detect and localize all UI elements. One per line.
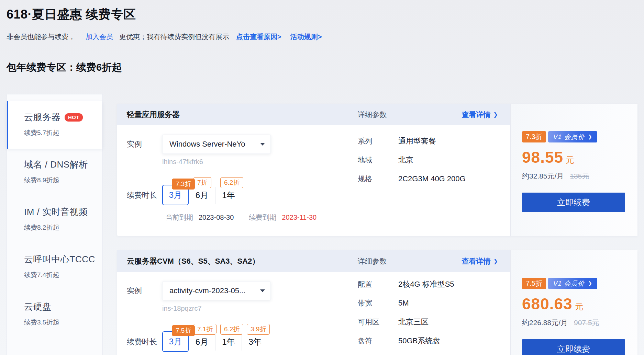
duration-tab-3m[interactable]: 7.3折 3月: [162, 185, 189, 205]
discount-badge: 7.3折: [172, 179, 195, 190]
vip-price-badge[interactable]: V1 会员价 ❯: [548, 278, 597, 289]
card-main: 云服务器CVM（S6、S5、SA3、SA2） 详细参数 查看详情 ❯ 实例 ac…: [117, 250, 510, 355]
instance-id: ins-18pqzrc7: [162, 305, 202, 312]
subtitle-text-1: 非会员也能参与续费，: [7, 32, 75, 42]
discount-badge: 7折: [193, 177, 211, 188]
price-amount: 98.55 元: [522, 148, 637, 167]
sidebar-item-discount: 续费8.2折起: [24, 223, 99, 232]
discount-badge: 3.9折: [247, 324, 270, 335]
card-title: 云服务器CVM（S6、S5、SA3、SA2）: [127, 256, 259, 266]
spec-list: 系列 通用型套餐 地域 北京 规格 2C2G3M 40G 200G: [358, 136, 466, 193]
params-label: 详细参数: [358, 110, 387, 119]
sidebar-item-domain-dns[interactable]: 域名 / DNS解析 续费8.9折起: [7, 149, 102, 196]
duration-tabs: 7.3折 3月 7折 6月 6.2折 1年: [162, 185, 242, 205]
card-main: 轻量应用服务器 详细参数 查看详情 ❯ 实例 Windows Server-Ne…: [117, 104, 510, 236]
sidebar-item-discount: 续费3.5折起: [24, 318, 99, 327]
spec-value: 北京: [398, 155, 413, 165]
sidebar-item-cbs[interactable]: 云硬盘 续费3.5折起: [7, 291, 102, 338]
sidebar-item-cloud-server[interactable]: 云服务器 HOT 续费5.7折起: [7, 101, 102, 149]
monthly-price: 约226.88元/月: [522, 318, 568, 328]
duration-label: 续费时长: [127, 190, 162, 201]
price-amount: 680.63 元: [522, 295, 637, 313]
vip-price-badge[interactable]: V1 会员价 ❯: [548, 131, 597, 142]
activity-rules-link[interactable]: 活动规则>: [290, 32, 322, 42]
sidebar-item-discount: 续费8.9折起: [24, 176, 99, 185]
spec-row: 配置 2核4G 标准型S5: [358, 279, 454, 289]
spec-row: 可用区 北京三区: [358, 317, 454, 327]
discount-badge: 6.2折: [220, 177, 243, 188]
sidebar-item-label: 云硬盘: [24, 301, 52, 313]
view-reason-link[interactable]: 点击查看原因>: [236, 32, 281, 42]
instance-row: 实例 Windows Server-NeYo: [127, 135, 271, 154]
instance-select-value: Windows Server-NeYo: [169, 140, 257, 149]
instance-label: 实例: [127, 139, 162, 149]
sidebar-item-tccc[interactable]: 云呼叫中心TCCC 续费7.4折起: [7, 243, 102, 291]
page-title: 618·夏日盛惠 续费专区: [7, 6, 637, 23]
instance-id: lhins-47fkfrk6: [162, 158, 203, 166]
monthly-price: 约32.85元/月: [522, 171, 564, 181]
caret-down-icon: [260, 143, 265, 146]
caret-down-icon: [260, 289, 265, 292]
discount-badge: 7.5折: [522, 278, 546, 289]
duration-tab-3y[interactable]: 3.9折 3年: [242, 333, 268, 351]
price-subline: 约32.85元/月 135元: [522, 171, 637, 181]
card-header: 轻量应用服务器 详细参数 查看详情 ❯: [117, 104, 510, 125]
spec-label: 配置: [358, 279, 398, 289]
vip-price-label: V1 会员价: [553, 131, 585, 142]
join-member-link[interactable]: 加入会员: [86, 32, 113, 42]
section-title: 包年续费专区：续费6折起: [7, 61, 637, 75]
view-details-link[interactable]: 查看详情 ❯: [462, 256, 510, 266]
chevron-right-icon: ❯: [493, 111, 498, 118]
renew-now-button[interactable]: 立即续费: [522, 339, 625, 355]
sidebar-item-discount: 续费5.7折起: [24, 128, 99, 137]
spec-label: 系列: [358, 136, 398, 146]
price-badges: 7.3折 V1 会员价 ❯: [522, 131, 637, 142]
duration-tab-label: 1年: [222, 337, 235, 346]
price-panel: 7.3折 V1 会员价 ❯ 98.55 元 约32.85元/月 135元: [510, 104, 637, 236]
hot-badge: HOT: [65, 113, 83, 122]
instance-select[interactable]: Windows Server-NeYo: [162, 135, 271, 154]
view-details-text: 查看详情: [462, 110, 491, 119]
current-expiry-date: 2023-08-30: [199, 214, 234, 221]
discount-badge: 7.1折: [193, 324, 216, 335]
price-number: 680.63: [522, 295, 573, 313]
spec-label: 带宽: [358, 298, 398, 308]
spec-value: 50GB系统盘: [398, 336, 440, 346]
spec-row: 地域 北京: [358, 155, 466, 165]
subtitle-text-2: 更优惠；我有待续费实例但没有展示: [119, 32, 229, 42]
discount-badge: 6.2折: [220, 324, 243, 335]
duration-tab-1y[interactable]: 6.2折 1年: [215, 187, 242, 204]
instance-select[interactable]: activity-cvm-2023-05...: [162, 281, 271, 300]
duration-tab-label: 6月: [196, 337, 208, 346]
spec-row: 规格 2C2G3M 40G 200G: [358, 174, 466, 184]
price-panel: 7.5折 V1 会员价 ❯ 680.63 元 约226.88元/月 907.5元: [510, 250, 637, 355]
page: 618·夏日盛惠 续费专区 非会员也能参与续费， 加入会员 更优惠；我有待续费实…: [0, 0, 644, 355]
original-price: 907.5元: [574, 318, 599, 328]
instance-row: 实例 activity-cvm-2023-05...: [127, 281, 271, 300]
duration-tab-label: 1年: [222, 191, 235, 200]
card-title: 轻量应用服务器: [127, 110, 180, 120]
duration-row: 续费时长 7.3折 3月 7折 6月 6.2折: [127, 185, 242, 205]
spec-label: 可用区: [358, 317, 398, 327]
spec-value: 通用型套餐: [398, 136, 436, 146]
duration-tabs: 7.5折 3月 7.1折 6月 6.2折 1年: [162, 331, 268, 352]
duration-tab-1y[interactable]: 6.2折 1年: [215, 333, 242, 351]
sidebar-item-label: 云呼叫中心TCCC: [24, 253, 95, 265]
chevron-right-icon: ❯: [588, 131, 592, 142]
renew-now-button[interactable]: 立即续费: [522, 193, 625, 212]
renewal-expiry-label: 续费到期: [249, 213, 276, 222]
product-card-lighthouse: 轻量应用服务器 详细参数 查看详情 ❯ 实例 Windows Server-Ne…: [117, 104, 637, 236]
spec-value: 2C2G3M 40G 200G: [398, 174, 466, 184]
view-details-link[interactable]: 查看详情 ❯: [462, 110, 510, 119]
main-column: 轻量应用服务器 详细参数 查看详情 ❯ 实例 Windows Server-Ne…: [117, 94, 637, 355]
duration-tab-label: 3年: [248, 337, 261, 346]
spec-row: 盘符 50GB系统盘: [358, 336, 454, 346]
spec-value: 北京三区: [398, 317, 429, 327]
duration-label: 续费时长: [127, 337, 162, 347]
duration-row: 续费时长 7.5折 3月 7.1折 6月 6.2折: [127, 331, 268, 352]
duration-tab-label: 6月: [196, 191, 208, 200]
sidebar-item-im-trtc[interactable]: IM / 实时音视频 续费8.2折起: [7, 196, 102, 243]
duration-tab-3m[interactable]: 7.5折 3月: [162, 331, 189, 352]
discount-badge: 7.3折: [522, 131, 546, 142]
sidebar-item-discount: 续费7.4折起: [24, 271, 99, 279]
